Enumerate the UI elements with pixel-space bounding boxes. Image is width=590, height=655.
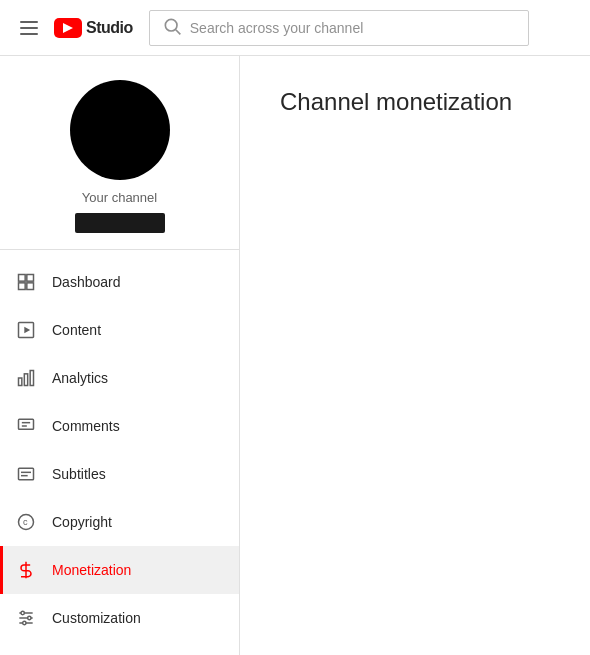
studio-text: Studio <box>86 19 133 37</box>
dashboard-label: Dashboard <box>52 274 121 290</box>
channel-name-bar <box>75 213 165 233</box>
channel-profile: Your channel <box>0 56 239 250</box>
svg-rect-5 <box>27 283 34 290</box>
subtitles-icon <box>16 464 36 484</box>
comments-icon <box>16 416 36 436</box>
header-left: Studio <box>16 17 133 39</box>
main-layout: Your channel Dashboard <box>0 56 590 655</box>
content-label: Content <box>52 322 101 338</box>
customization-label: Customization <box>52 610 141 626</box>
monetization-label: Monetization <box>52 562 131 578</box>
svg-point-23 <box>21 611 24 614</box>
comments-label: Comments <box>52 418 120 434</box>
customization-icon <box>16 608 36 628</box>
header: Studio Search across your channel <box>0 0 590 56</box>
svg-rect-11 <box>19 419 34 429</box>
sidebar-item-dashboard[interactable]: Dashboard <box>0 258 239 306</box>
analytics-icon <box>16 368 36 388</box>
svg-rect-3 <box>27 275 34 282</box>
svg-rect-4 <box>19 283 26 290</box>
avatar <box>70 80 170 180</box>
youtube-icon <box>54 18 82 38</box>
svg-rect-2 <box>19 275 26 282</box>
dashboard-icon <box>16 272 36 292</box>
page-title: Channel monetization <box>280 88 550 116</box>
svg-rect-14 <box>19 468 34 480</box>
sidebar-item-customization[interactable]: Customization <box>0 594 239 642</box>
copyright-icon: c <box>16 512 36 532</box>
sidebar-item-monetization[interactable]: Monetization <box>0 546 239 594</box>
sidebar-item-comments[interactable]: Comments <box>0 402 239 450</box>
sidebar: Your channel Dashboard <box>0 56 240 655</box>
nav-list: Dashboard Content <box>0 250 239 650</box>
content-area: Channel monetization <box>240 56 590 655</box>
search-bar[interactable]: Search across your channel <box>149 10 529 46</box>
svg-line-1 <box>176 30 181 35</box>
sidebar-item-subtitles[interactable]: Subtitles <box>0 450 239 498</box>
svg-text:c: c <box>23 517 28 527</box>
subtitles-label: Subtitles <box>52 466 106 482</box>
svg-rect-9 <box>24 374 27 386</box>
svg-point-25 <box>23 621 26 624</box>
svg-point-0 <box>165 19 177 31</box>
channel-label: Your channel <box>82 190 157 205</box>
copyright-label: Copyright <box>52 514 112 530</box>
content-icon <box>16 320 36 340</box>
svg-marker-7 <box>24 327 30 334</box>
sidebar-item-copyright[interactable]: c Copyright <box>0 498 239 546</box>
menu-icon[interactable] <box>16 17 42 39</box>
svg-rect-8 <box>19 378 22 386</box>
svg-point-24 <box>28 616 31 619</box>
search-placeholder: Search across your channel <box>190 20 364 36</box>
monetization-icon <box>16 560 36 580</box>
svg-rect-10 <box>30 371 33 386</box>
search-icon <box>162 16 182 39</box>
analytics-label: Analytics <box>52 370 108 386</box>
sidebar-item-analytics[interactable]: Analytics <box>0 354 239 402</box>
youtube-studio-logo[interactable]: Studio <box>54 18 133 38</box>
sidebar-item-content[interactable]: Content <box>0 306 239 354</box>
